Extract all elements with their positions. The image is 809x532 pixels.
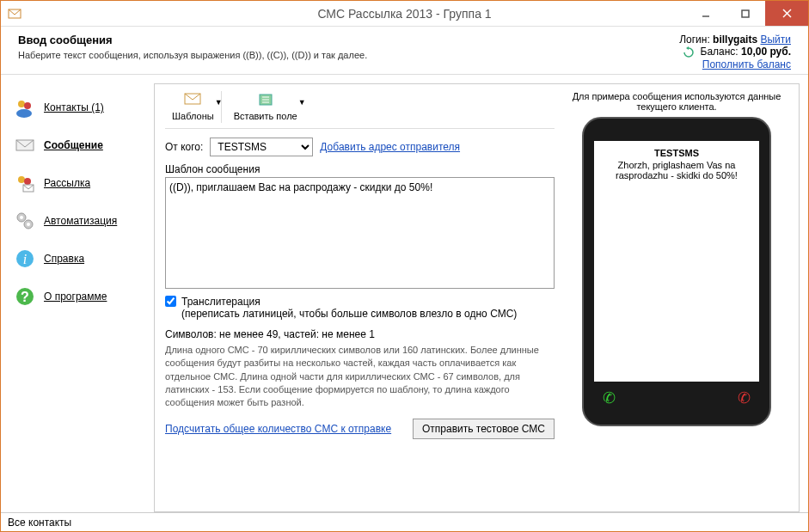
message-icon	[15, 135, 35, 156]
balance-value: 10,00 руб.	[741, 46, 791, 58]
login-value: billygaits	[713, 34, 757, 46]
contacts-icon	[15, 97, 35, 118]
status-text: Все контакты	[8, 517, 71, 529]
svg-point-5	[18, 101, 25, 107]
field-icon	[257, 93, 274, 109]
svg-text:?: ?	[21, 290, 29, 304]
length-hint: Длина одного СМС - 70 кириллических симв…	[165, 344, 555, 410]
tool-label: Шаблоны	[172, 111, 214, 121]
preview-sender: TESTSMS	[601, 148, 752, 158]
sidebar-item-message[interactable]: Сообщение	[9, 126, 147, 164]
svg-point-9	[18, 176, 25, 183]
translit-label: Транслитерация	[181, 296, 517, 308]
statusbar: Все контакты	[1, 512, 808, 531]
maximize-button[interactable]	[726, 1, 765, 26]
minimize-button[interactable]	[686, 1, 726, 26]
from-select[interactable]: TESTSMS	[210, 138, 313, 156]
sidebar-item-label: О программе	[44, 290, 107, 303]
page-subtitle: Наберите текст сообщения, используя выра…	[18, 50, 367, 60]
balance-label: Баланс:	[701, 46, 739, 58]
char-stats: Символов: не менее 49, частей: не менее …	[165, 328, 555, 340]
svg-rect-2	[742, 10, 749, 17]
preview-panel: Для примера сообщения используются данны…	[565, 91, 788, 501]
phone-screen: TESTSMS Zhorzh, priglashaem Vas na raspr…	[594, 141, 759, 382]
from-label: От кого:	[165, 141, 203, 153]
mailing-icon	[15, 173, 35, 193]
translit-checkbox[interactable]	[165, 296, 176, 307]
sidebar-item-label: Сообщение	[44, 139, 103, 151]
svg-point-6	[24, 102, 31, 109]
chevron-down-icon: ▼	[298, 98, 306, 107]
insert-field-button[interactable]: ▼ Вставить поле	[227, 91, 304, 123]
envelope-icon	[184, 93, 201, 109]
svg-point-13	[20, 216, 23, 219]
topup-link[interactable]: Пополнить баланс	[702, 58, 791, 70]
tool-label: Вставить поле	[234, 111, 297, 121]
svg-point-7	[16, 109, 32, 118]
call-icon: ✆	[603, 388, 616, 407]
sidebar-item-about[interactable]: ? О программе	[9, 278, 147, 315]
main-panel: ▼ Шаблоны ▼ Вставить поле От кого: TESTS…	[154, 83, 800, 512]
preview-body: Zhorzh, priglashaem Vas na rasprodazhu -…	[601, 160, 752, 180]
svg-point-15	[27, 223, 30, 226]
info-icon: i	[15, 248, 35, 269]
page-title: Ввод сообщения	[18, 34, 367, 46]
phone-mockup: TESTSMS Zhorzh, priglashaem Vas na raspr…	[582, 117, 771, 426]
hangup-icon: ✆	[738, 388, 751, 407]
window-title: СМС Рассылка 2013 - Группа 1	[317, 7, 491, 21]
login-label: Логин:	[679, 34, 710, 46]
send-test-button[interactable]: Отправить тестовое СМС	[413, 419, 555, 439]
templates-button[interactable]: ▼ Шаблоны	[165, 91, 222, 123]
gear-icon	[15, 211, 35, 231]
close-button[interactable]	[765, 1, 808, 26]
sidebar: Контакты (1) Сообщение Рассылка Автомати…	[9, 83, 147, 512]
chevron-down-icon: ▼	[215, 98, 223, 107]
svg-point-10	[24, 178, 31, 185]
question-icon: ?	[15, 286, 35, 307]
translit-desc: (переписать латиницей, чтобы больше симв…	[181, 308, 517, 320]
titlebar: СМС Рассылка 2013 - Группа 1	[1, 1, 808, 27]
sidebar-item-label: Справка	[44, 253, 84, 265]
sidebar-item-automation[interactable]: Автоматизация	[9, 202, 147, 240]
count-sms-link[interactable]: Подсчитать общее количество СМС к отправ…	[165, 423, 391, 435]
svg-text:i: i	[23, 252, 27, 266]
logout-link[interactable]: Выйти	[760, 34, 791, 46]
header-panel: Ввод сообщения Наберите текст сообщения,…	[1, 27, 808, 75]
message-textarea[interactable]: ((D)), приглашаем Вас на распродажу - ск…	[165, 177, 555, 289]
sidebar-item-help[interactable]: i Справка	[9, 240, 147, 278]
refresh-icon[interactable]	[683, 46, 695, 58]
sidebar-item-label: Контакты (1)	[44, 101, 104, 113]
preview-hint: Для примера сообщения используются данны…	[565, 91, 788, 112]
sidebar-item-mailing[interactable]: Рассылка	[9, 164, 147, 202]
add-sender-link[interactable]: Добавить адрес отправителя	[320, 141, 460, 153]
template-label: Шаблон сообщения	[165, 163, 555, 175]
toolbar: ▼ Шаблоны ▼ Вставить поле	[165, 91, 555, 129]
sidebar-item-label: Рассылка	[44, 177, 90, 189]
sidebar-item-contacts[interactable]: Контакты (1)	[9, 89, 147, 126]
sidebar-item-label: Автоматизация	[44, 215, 117, 227]
app-icon	[8, 7, 21, 21]
